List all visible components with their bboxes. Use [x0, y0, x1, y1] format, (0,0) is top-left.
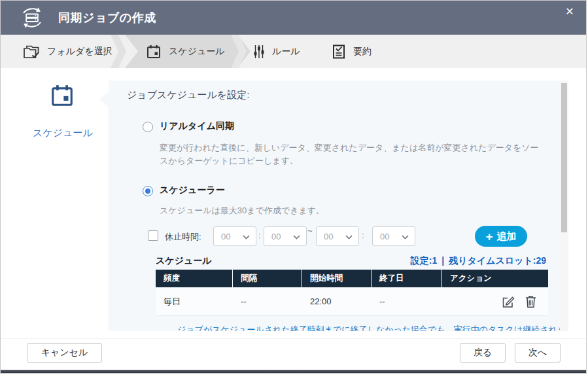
wizard-steps: フォルダを選択 スケジュール	[1, 35, 586, 68]
title-bar: 同期ジョブの作成 ✕	[1, 1, 586, 35]
time-colon: :	[362, 230, 364, 240]
pause-start-minute-select[interactable]: 00	[264, 226, 307, 246]
scheduler-radio[interactable]	[143, 186, 153, 196]
step-label: スケジュール	[169, 46, 225, 58]
pause-end-minute-select[interactable]: 00	[372, 226, 415, 246]
trash-icon[interactable]	[525, 295, 536, 308]
dialog-title: 同期ジョブの作成	[58, 1, 156, 35]
step-schedule[interactable]: スケジュール	[146, 35, 225, 68]
step-rules[interactable]: ルール	[253, 35, 300, 68]
summary-divider: |	[441, 255, 444, 266]
pause-end-hour-select[interactable]: 00	[316, 226, 359, 246]
cell-frequency: 毎日	[156, 287, 233, 315]
chevron-down-icon	[243, 232, 250, 241]
remaining-slots: 残りタイムスロット:29	[449, 255, 546, 266]
schedule-list-title: スケジュール	[156, 255, 212, 267]
window-bottom-edge	[1, 370, 586, 373]
create-sync-job-dialog: 同期ジョブの作成 ✕ フォルダを選択	[0, 0, 587, 374]
step-label: フォルダを選択	[47, 46, 112, 58]
step-summary[interactable]: 要約	[332, 35, 372, 68]
schedule-note: ジョブがスケジュールされた終了時刻までに終了しなかった場合でも、実行中のタスクは…	[177, 324, 561, 331]
schedule-calendar-icon	[49, 83, 75, 111]
select-value: 00	[221, 232, 230, 241]
cell-start-time: 22:00	[302, 287, 372, 315]
scheduler-description: スケジュールは最大30まで作成できます。	[160, 204, 324, 217]
chevron-down-icon	[293, 232, 300, 241]
chevron-down-icon	[345, 232, 353, 241]
scrollbar-thumb[interactable]	[561, 83, 567, 232]
configured-count: 設定:1	[411, 255, 437, 266]
realtime-sync-label[interactable]: リアルタイム同期	[160, 120, 234, 132]
edit-icon[interactable]	[502, 295, 515, 308]
select-value: 00	[271, 232, 281, 241]
panel-pointer	[99, 92, 109, 107]
schedule-settings-panel: ジョブスケジュールを設定: リアルタイム同期 変更が行われた直後に、新しいデータ…	[109, 80, 561, 331]
clipboard-check-icon	[332, 44, 346, 60]
footer-divider	[1, 338, 586, 339]
calendar-icon	[146, 44, 162, 60]
folder-check-icon	[23, 44, 40, 60]
col-interval: 間隔	[233, 270, 302, 287]
step-label: 要約	[353, 46, 372, 58]
chevron-down-icon	[402, 232, 409, 241]
cancel-button[interactable]: キャンセル	[27, 343, 102, 363]
table-header-row: 頻度 間隔 開始時間 終了日 アクション	[156, 270, 548, 287]
sync-nas-icon	[18, 3, 46, 32]
col-frequency: 頻度	[156, 270, 233, 287]
sliders-icon	[253, 44, 265, 60]
time-range-tilde: ~	[307, 226, 313, 236]
next-button[interactable]: 次へ	[515, 343, 561, 363]
rail-schedule-label: スケジュール	[17, 127, 109, 139]
add-button-label: 追加	[497, 230, 517, 243]
cell-interval: --	[233, 287, 302, 315]
col-action: アクション	[442, 270, 548, 287]
time-colon: :	[258, 230, 261, 240]
plus-icon: +	[485, 230, 493, 243]
scheduler-label[interactable]: スケジューラー	[160, 185, 225, 196]
step-separator-icon	[111, 35, 126, 68]
panel-heading: ジョブスケジュールを設定:	[127, 89, 249, 101]
table-row: 毎日 -- 22:00 --	[156, 287, 548, 316]
pause-time-label[interactable]: 休止時間:	[165, 231, 201, 243]
pause-time-checkbox[interactable]	[148, 230, 158, 241]
close-icon[interactable]: ✕	[562, 5, 577, 19]
realtime-sync-radio[interactable]	[143, 122, 153, 132]
pause-start-hour-select[interactable]: 00	[213, 226, 256, 246]
step-label: ルール	[272, 46, 300, 58]
back-button[interactable]: 戻る	[460, 343, 506, 363]
schedule-slot-summary: 設定:1|残りタイムスロット:29	[411, 255, 546, 267]
select-value: 00	[380, 232, 389, 241]
schedule-table: 頻度 間隔 開始時間 終了日 アクション 毎日 -- 22:00 --	[156, 270, 548, 316]
col-end-date: 終了日	[372, 270, 442, 287]
select-value: 00	[324, 232, 333, 241]
cell-actions	[442, 287, 548, 315]
col-start-time: 開始時間	[302, 270, 372, 287]
step-select-folder[interactable]: フォルダを選択	[23, 35, 112, 68]
realtime-sync-description: 変更が行われた直後に、新しいデータ、変更されたデータ、または名前が変更されたデー…	[160, 141, 544, 168]
cell-end-date: --	[372, 287, 442, 315]
add-schedule-button[interactable]: + 追加	[475, 226, 527, 247]
